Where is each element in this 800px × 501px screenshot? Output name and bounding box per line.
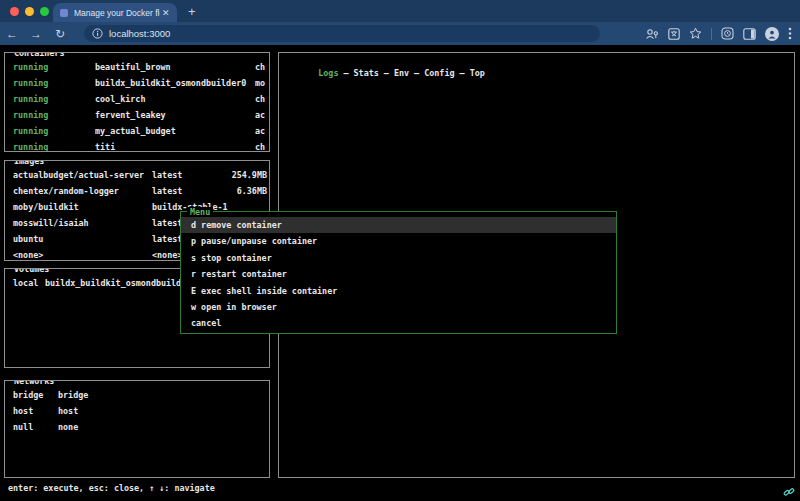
container-row[interactable]: running my_actual_budget ac [5,123,269,139]
traffic-lights [10,7,49,16]
container-image: ch [255,139,265,152]
back-icon[interactable]: ← [0,27,24,41]
container-row[interactable]: running buildx_buildkit_osmondbuilder0 m… [5,75,269,91]
link-icon[interactable] [783,483,795,501]
network-row[interactable]: host host [5,403,269,419]
profile-avatar[interactable] [765,27,779,41]
container-status: running [13,123,48,139]
network-driver: host [58,403,78,419]
image-tag: latest [152,167,182,183]
container-name: buildx_buildkit_osmondbuilder0 [95,75,246,91]
container-name: beautiful_brown [95,59,171,75]
container-status: running [13,59,48,75]
log-line: 2024-01-03T23:40:21+0000 ERROR An error … [282,119,794,131]
container-row[interactable]: running titi ch [5,139,269,152]
container-status: running [13,91,48,107]
menu-item[interactable]: d remove container [181,217,616,233]
image-tag: latest [152,231,182,247]
close-window-button[interactable] [10,7,19,16]
image-name: moby/buildkit [13,199,79,215]
log-line: 2024-01-03T23:40:26+0000 ERROR An error … [282,143,794,155]
keybinding-status-bar: enter: execute, esc: close, ↑ ↓: navigat… [8,483,215,493]
log-line: 2024-01-03T23:40:17+0000 ERROR An error … [282,106,794,118]
log-line: 2024-01-03T23:41:02+0000 INFO This is le… [282,378,794,390]
container-image: ac [255,123,265,139]
menu-item[interactable]: s stop container [181,250,616,266]
favicon-icon [60,9,68,17]
extensions-icon[interactable] [721,27,734,40]
image-name: mosswill/isaiah [13,215,89,231]
image-row[interactable]: actualbudget/actual-server latest 254.9M… [5,167,269,183]
container-name: cool_kirch [95,91,145,107]
browser-toolbar: ← → ↻ localhost:3000 [0,22,800,45]
menu-kebab-icon[interactable] [788,27,792,40]
tab-close-icon[interactable]: ✕ [162,8,170,18]
container-image: ac [255,107,265,123]
image-name: chentex/random-logger [13,183,119,199]
menu-item[interactable]: w open in browser [181,299,616,315]
containers-panel[interactable]: Containers running beautiful_brown ch ru… [4,52,270,152]
network-row[interactable]: null none [5,419,269,435]
forward-icon[interactable]: → [24,27,48,41]
log-line: 2024-01-03T23:41:06+0000 WARN A warning … [282,390,794,402]
tab-label[interactable]: Stats [338,68,378,78]
translate-icon[interactable] [668,28,680,40]
browser-titlebar: Manage your Docker fleet wi ✕ + [0,0,800,22]
log-line: 2024-01-03T23:40:16+0000 WARN A warning … [282,94,794,106]
network-name: bridge [13,387,43,403]
log-line: 2024-01-03T23:40:25+0000 WARN A warning … [282,131,794,143]
menu-item[interactable]: E exec shell inside container [181,283,616,299]
image-row[interactable]: chentex/random-logger latest 6.36MB [5,183,269,199]
networks-panel[interactable]: Networks bridge bridge host host null [4,380,270,478]
log-line: 2024-01-03T23:41:17+0000 INFO This is le… [282,440,794,452]
bookmark-star-icon[interactable] [689,27,702,40]
image-tag: latest [152,215,182,231]
passkey-icon[interactable] [645,28,659,40]
tab-label[interactable]: Top [454,68,484,78]
isaiah-app: Containers running beautiful_brown ch ru… [0,45,800,501]
log-line: 2024-01-03T23:41:16+0000 ERROR An error … [282,427,794,439]
container-status: running [13,139,48,152]
image-size: 6.36MB [237,183,267,199]
tab-label[interactable]: Logs [318,68,338,78]
logs-panel-tabs: LogsStatsEnvConfigTop [285,52,488,78]
tab-label[interactable]: Env [379,68,409,78]
network-name: null [13,419,33,435]
menu-item[interactable]: p pause/unpause container [181,233,616,249]
menu-item[interactable]: r restart container [181,266,616,282]
container-image: ch [255,91,265,107]
image-name: <none> [13,247,43,261]
log-line: 2024-01-03T23:41:15+0000 INFO This is le… [282,415,794,427]
image-name: ubuntu [13,231,43,247]
address-bar[interactable]: localhost:3000 [84,25,600,42]
minimize-window-button[interactable] [25,7,34,16]
new-tab-button[interactable]: + [188,4,196,20]
reload-icon[interactable]: ↻ [48,27,72,41]
url-text[interactable]: localhost:3000 [109,28,170,39]
tab-label[interactable]: Config [409,68,454,78]
context-menu-title: Menu [187,207,213,217]
container-name: titi [95,139,115,152]
network-row[interactable]: bridge bridge [5,387,269,403]
container-row[interactable]: running fervent_leakey ac [5,107,269,123]
image-name: actualbudget/actual-server [13,167,144,183]
image-size: 254.9MB [232,167,267,183]
container-status: running [13,75,48,91]
log-line: 2024-01-03T23:40:34+0000 INFO This is le… [282,193,794,205]
menu-item[interactable]: cancel [181,315,616,331]
site-info-icon[interactable] [92,25,103,43]
browser-window: Manage your Docker fleet wi ✕ + ← → ↻ lo… [0,0,800,501]
container-name: fervent_leakey [95,107,166,123]
network-driver: none [58,419,78,435]
container-row[interactable]: running cool_kirch ch [5,91,269,107]
image-tag: latest [152,183,182,199]
zoom-window-button[interactable] [40,7,49,16]
browser-tab[interactable]: Manage your Docker fleet wi ✕ [53,3,177,22]
log-line: 2024-01-03T23:40:33+0000 ERROR An error … [282,180,794,192]
side-panel-icon[interactable] [743,28,756,40]
log-line: 2024-01-03T23:40:30+0000 WARN A warning … [282,156,794,168]
log-line: 2024-01-03T23:40:13+0000 WARN A warning … [282,82,794,94]
container-row[interactable]: running beautiful_brown ch [5,59,269,75]
containers-panel-title: Containers [11,52,67,58]
container-status: running [13,107,48,123]
